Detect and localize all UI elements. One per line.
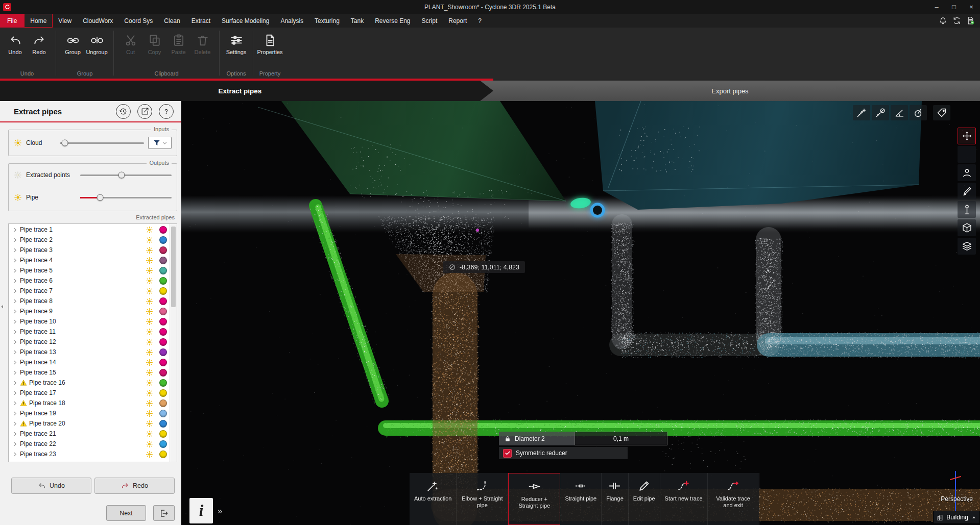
pipe-trace-row[interactable]: Pipe trace 6 bbox=[9, 276, 170, 286]
settings-button[interactable]: Settings bbox=[224, 30, 248, 55]
paint-button[interactable] bbox=[958, 183, 976, 199]
pipe-color-swatch[interactable] bbox=[159, 318, 167, 326]
menu-reverse-eng[interactable]: Reverse Eng bbox=[369, 14, 416, 28]
pipe-trace-row[interactable]: Pipe trace 5 bbox=[9, 265, 170, 276]
pipe-color-swatch[interactable] bbox=[159, 369, 167, 377]
extracted-points-slider[interactable] bbox=[80, 174, 172, 176]
bell-icon[interactable] bbox=[939, 16, 947, 25]
next-button[interactable]: Next bbox=[106, 505, 146, 521]
expander-icon[interactable] bbox=[12, 452, 18, 457]
pipe-color-swatch[interactable] bbox=[159, 359, 167, 366]
close-button[interactable]: × bbox=[963, 0, 980, 14]
menu-texturing[interactable]: Texturing bbox=[309, 14, 345, 28]
visibility-bulb-icon[interactable] bbox=[146, 379, 153, 387]
history-button[interactable] bbox=[116, 104, 131, 119]
menu-home[interactable]: Home bbox=[24, 14, 53, 28]
measure-angle-button[interactable] bbox=[891, 105, 908, 120]
visibility-bulb-icon[interactable] bbox=[146, 267, 153, 274]
visibility-bulb-icon[interactable] bbox=[146, 420, 153, 428]
panel-redo-button[interactable]: Redo bbox=[94, 478, 175, 494]
menu-analysis[interactable]: Analysis bbox=[275, 14, 309, 28]
document-badge-icon[interactable] bbox=[966, 16, 975, 25]
pipe-trace-row[interactable]: Pipe trace 11 bbox=[9, 327, 170, 337]
menu-tank[interactable]: Tank bbox=[345, 14, 369, 28]
pipe-trace-row[interactable]: Pipe trace 20 bbox=[9, 418, 170, 429]
pipe-color-swatch[interactable] bbox=[159, 451, 167, 458]
expander-icon[interactable] bbox=[12, 339, 18, 345]
expander-icon[interactable] bbox=[12, 431, 18, 437]
view-mode-button[interactable]: Building bbox=[933, 511, 980, 524]
minimize-button[interactable]: – bbox=[928, 0, 945, 14]
expander-icon[interactable] bbox=[12, 370, 18, 376]
redo-button[interactable]: Redo bbox=[27, 30, 51, 55]
validate-trace-and-exit-button[interactable]: Validate trace and exit bbox=[708, 473, 759, 525]
pipe-trace-row[interactable]: Pipe trace 10 bbox=[9, 316, 170, 327]
pipe-trace-row[interactable]: Pipe trace 8 bbox=[9, 296, 170, 306]
expander-icon[interactable] bbox=[12, 227, 18, 233]
menu-report[interactable]: Report bbox=[443, 14, 472, 28]
menu-cloudworx[interactable]: CloudWorx bbox=[77, 14, 118, 28]
pipe-color-swatch[interactable] bbox=[159, 277, 167, 285]
group-button[interactable]: Group bbox=[61, 30, 85, 55]
pipe-color-swatch[interactable] bbox=[159, 308, 167, 315]
flange-button[interactable]: Flange bbox=[602, 473, 629, 525]
collapse-panel-button[interactable] bbox=[0, 301, 5, 312]
list-scrollbar[interactable] bbox=[170, 224, 177, 462]
visibility-bulb-icon[interactable] bbox=[146, 277, 153, 285]
pipe-trace-row[interactable]: Pipe trace 16 bbox=[9, 378, 170, 388]
expander-icon[interactable] bbox=[12, 360, 18, 365]
edit-pipe-button[interactable]: Edit pipe bbox=[629, 473, 660, 525]
pipe-color-swatch[interactable] bbox=[159, 410, 167, 417]
layers-button[interactable] bbox=[958, 238, 976, 255]
pipe-color-swatch[interactable] bbox=[159, 328, 167, 336]
extracted-points-bulb-icon[interactable] bbox=[14, 171, 22, 179]
pipe-color-swatch[interactable] bbox=[159, 348, 167, 356]
visibility-bulb-icon[interactable] bbox=[146, 410, 153, 417]
expander-icon[interactable] bbox=[12, 401, 18, 406]
cloud-transparency-slider[interactable] bbox=[60, 142, 144, 144]
pipe-trace-row[interactable]: Pipe trace 22 bbox=[9, 439, 170, 449]
sync-icon[interactable] bbox=[952, 16, 961, 25]
visibility-bulb-icon[interactable] bbox=[146, 451, 153, 458]
pipe-color-swatch[interactable] bbox=[159, 226, 167, 234]
visibility-bulb-icon[interactable] bbox=[146, 389, 153, 397]
pipe-trace-row[interactable]: Pipe trace 2 bbox=[9, 235, 170, 245]
pipe-trace-row[interactable]: Pipe trace 12 bbox=[9, 337, 170, 347]
auto-extraction-button[interactable]: Auto extraction bbox=[410, 473, 457, 525]
symmetric-reducer-checkbox[interactable] bbox=[503, 449, 512, 458]
lock-icon[interactable] bbox=[504, 435, 511, 442]
visibility-bulb-icon[interactable] bbox=[146, 287, 153, 295]
expander-icon[interactable] bbox=[12, 288, 18, 294]
expander-icon[interactable] bbox=[12, 390, 18, 396]
expander-icon[interactable] bbox=[12, 421, 18, 427]
pipe-trace-row[interactable]: Pipe trace 4 bbox=[9, 255, 170, 265]
pipe-color-swatch[interactable] bbox=[159, 297, 167, 305]
pipe-color-swatch[interactable] bbox=[159, 257, 167, 264]
measure-distance-button[interactable] bbox=[853, 105, 870, 120]
delete-button[interactable]: Delete bbox=[190, 30, 214, 55]
panel-undo-button[interactable]: Undo bbox=[11, 478, 91, 494]
visibility-bulb-icon[interactable] bbox=[146, 226, 153, 234]
point-cloud-scene[interactable] bbox=[181, 101, 980, 525]
3d-viewport[interactable]: -8,369; 11,011; 4,823 Diameter 2 0,1 m S… bbox=[181, 101, 980, 525]
visibility-bulb-icon[interactable] bbox=[146, 338, 153, 346]
pipe-trace-row[interactable]: Pipe trace 15 bbox=[9, 367, 170, 378]
slider-handle[interactable] bbox=[97, 194, 104, 201]
properties-button[interactable]: Properties bbox=[258, 30, 282, 55]
pipe-color-swatch[interactable] bbox=[159, 389, 167, 397]
info-button[interactable]: i » bbox=[189, 498, 222, 523]
ungroup-button[interactable]: Ungroup bbox=[85, 30, 109, 55]
expander-icon[interactable] bbox=[12, 237, 18, 243]
expander-icon[interactable] bbox=[12, 329, 18, 335]
pipe-trace-row[interactable]: Pipe trace 21 bbox=[9, 429, 170, 439]
visibility-bulb-icon[interactable] bbox=[146, 246, 153, 254]
menu-clean[interactable]: Clean bbox=[158, 14, 185, 28]
pipe-trace-row[interactable]: Pipe trace 7 bbox=[9, 286, 170, 296]
pipe-bulb-icon[interactable] bbox=[14, 193, 22, 202]
visibility-bulb-icon[interactable] bbox=[146, 440, 153, 448]
undo-button[interactable]: Undo bbox=[3, 30, 27, 55]
visibility-bulb-icon[interactable] bbox=[146, 399, 153, 407]
expander-icon[interactable] bbox=[12, 441, 18, 447]
pipe-trace-row[interactable]: Pipe trace 13 bbox=[9, 347, 170, 357]
elbow-straight-pipe-button[interactable]: Elbow + Straight pipe bbox=[457, 473, 508, 525]
